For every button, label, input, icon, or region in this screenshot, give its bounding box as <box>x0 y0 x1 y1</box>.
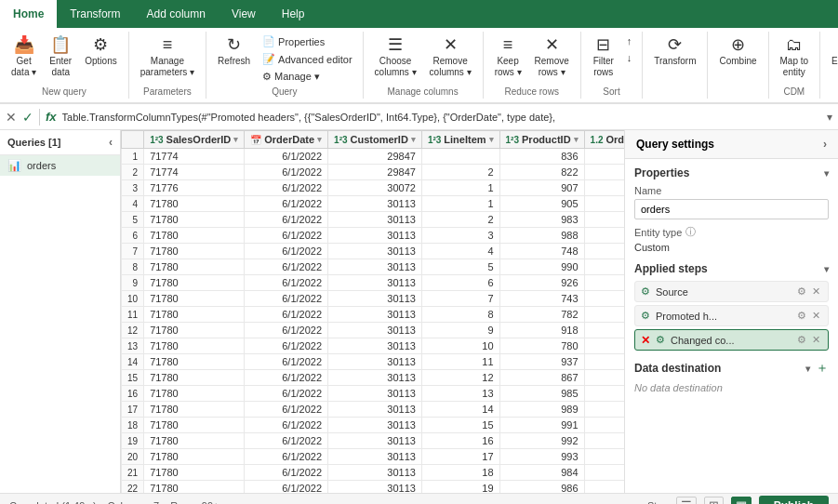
data-dest-section-header[interactable]: Data destination ▾ <box>634 362 810 375</box>
tab-view[interactable]: View <box>219 0 269 28</box>
data-dest-value: No data destination <box>634 382 829 393</box>
step-item-promoted-headers[interactable]: ⚙ Promoted h... ⚙ ✕ <box>634 305 829 326</box>
properties-section-header[interactable]: Properties ▾ <box>634 166 829 179</box>
table-cell: 18 <box>421 465 499 481</box>
properties-button[interactable]: 📄 Properties <box>258 33 357 49</box>
tab-help[interactable]: Help <box>269 0 318 28</box>
col-customerid[interactable]: 1²3 CustomerID ▾ <box>328 131 422 149</box>
table-cell: 17 <box>421 449 499 465</box>
sidebar-item-orders[interactable]: 📊 orders <box>0 155 120 176</box>
table-cell: 30113 <box>328 465 422 481</box>
table-row: 12717806/1/20223011399182316.86 <box>122 323 625 338</box>
table-cell: 4 <box>584 307 624 323</box>
col-salesorderid[interactable]: 1²3 SalesOrderID ▾ <box>144 131 245 149</box>
step-icon: ⚙ <box>656 334 665 346</box>
row-number: 20 <box>122 449 144 465</box>
lineitem-sort-icon[interactable]: ▾ <box>489 135 494 144</box>
view-table-btn[interactable]: ▦ <box>731 497 752 504</box>
table-cell: 6/1/2022 <box>245 307 328 323</box>
remove-columns-button[interactable]: ✕ Removecolumns ▾ <box>424 33 477 80</box>
export-template-button[interactable]: 📤 Export template <box>826 33 838 69</box>
col-orderqty[interactable]: 1.2 OrderQty ▾ <box>584 131 624 149</box>
advanced-editor-icon: 📝 <box>262 53 275 65</box>
entity-type-label: Entity type ⓘ <box>634 225 829 239</box>
step-x-icon[interactable]: ✕ <box>641 334 650 347</box>
keep-rows-button[interactable]: ≡ Keeprows ▾ <box>489 33 527 80</box>
manage-params-button[interactable]: ≡ Manageparameters ▾ <box>135 33 200 80</box>
table-cell: 6 <box>584 370 624 386</box>
filter-rows-button[interactable]: ⊟ Filterrows <box>587 33 620 80</box>
row-number: 5 <box>122 212 144 228</box>
info-icon: ⓘ <box>685 225 696 239</box>
table-row: 15717806/1/202230113128676251.96 <box>122 370 625 386</box>
formula-check-icon[interactable]: ✓ <box>22 110 33 125</box>
sort-desc-button[interactable]: ↓ <box>622 50 637 65</box>
table-cell: 30113 <box>328 323 422 338</box>
get-data-button[interactable]: 📥 Getdata ▾ <box>6 33 42 80</box>
table-cell: 983 <box>499 212 584 228</box>
table-cell: 992 <box>499 433 584 449</box>
manage-button[interactable]: ⚙ Manage ▾ <box>258 69 357 85</box>
view-step-btn[interactable]: ☰ <box>676 497 697 504</box>
customerid-sort-icon[interactable]: ▾ <box>411 135 416 144</box>
table-cell: 71780 <box>144 291 245 307</box>
table-cell: 71780 <box>144 370 245 386</box>
ribbon-tabs: Home Transform Add column View Help <box>0 0 838 28</box>
formula-input[interactable] <box>62 112 821 123</box>
table-cell: 71780 <box>144 338 245 354</box>
combine-icon: ⊕ <box>731 35 745 56</box>
col-productid[interactable]: 1²3 ProductID ▾ <box>499 131 584 149</box>
step-delete-btn[interactable]: ✕ <box>810 285 822 298</box>
advanced-editor-button[interactable]: 📝 Advanced editor <box>258 51 357 67</box>
add-data-dest-icon[interactable]: ＋ <box>816 360 829 377</box>
formula-expand-icon[interactable]: ▾ <box>827 111 832 124</box>
right-panel-chevron[interactable]: › <box>823 138 827 151</box>
map-to-entity-button[interactable]: 🗂 Map toentity <box>775 33 815 80</box>
name-input[interactable] <box>634 199 829 219</box>
formula-bar: ✕ ✓ fx ▾ <box>0 104 838 130</box>
scroll-wrapper[interactable]: 1²3 SalesOrderID ▾ 📅 OrderDate ▾ <box>121 130 624 493</box>
publish-button[interactable]: Publish <box>759 496 829 505</box>
step-item-changed-columns[interactable]: ✕ ⚙ Changed co... ⚙ ✕ <box>634 329 829 351</box>
tab-home[interactable]: Home <box>0 0 57 28</box>
productid-sort-icon[interactable]: ▾ <box>574 135 579 144</box>
table-cell: 29847 <box>328 165 422 180</box>
group-share-label: Share <box>826 85 838 97</box>
tab-add-column[interactable]: Add column <box>134 0 219 28</box>
enter-data-button[interactable]: 📋 Enterdata <box>44 33 77 80</box>
step-item-source[interactable]: ⚙ Source ⚙ ✕ <box>634 281 829 302</box>
main-layout: Queries [1] ‹ 📊 orders 1²3 SalesOrderID <box>0 130 838 493</box>
status-bar: Completed (1.49 s) Columns: 7 Rows: 99+ … <box>0 493 838 504</box>
sort-asc-icon: ↑ <box>627 35 632 46</box>
applied-steps-header[interactable]: Applied steps ▾ <box>634 262 829 275</box>
combine-button[interactable]: ⊕ Combine <box>713 33 762 69</box>
remove-rows-button[interactable]: ✕ Removerows ▾ <box>529 33 575 80</box>
table-cell: 71780 <box>144 323 245 338</box>
choose-columns-button[interactable]: ☰ Choosecolumns ▾ <box>369 33 422 80</box>
table-cell: 12 <box>421 370 499 386</box>
sort-asc-button[interactable]: ↑ <box>622 33 637 48</box>
table-cell: 71780 <box>144 244 245 259</box>
table-cell: 71780 <box>144 402 245 418</box>
step-delete-btn[interactable]: ✕ <box>810 309 822 323</box>
entity-type-value: Custom <box>634 242 829 253</box>
tab-transform[interactable]: Transform <box>57 0 133 28</box>
step-settings-btn[interactable]: ⚙ <box>795 333 808 347</box>
step-delete-btn[interactable]: ✕ <box>810 333 822 347</box>
salesorderid-sort-icon[interactable]: ▾ <box>233 135 238 144</box>
applied-steps-label: Applied steps <box>634 262 708 275</box>
remove-rows-icon: ✕ <box>545 35 559 56</box>
remove-columns-icon: ✕ <box>444 35 458 56</box>
col-orderdate[interactable]: 📅 OrderDate ▾ <box>245 131 328 149</box>
sidebar-toggle[interactable]: ‹ <box>109 136 113 149</box>
view-grid-btn[interactable]: ⊞ <box>704 497 724 504</box>
step-settings-btn[interactable]: ⚙ <box>795 309 808 323</box>
col-lineitem[interactable]: 1²3 LineItem ▾ <box>421 131 499 149</box>
refresh-button[interactable]: ↻ Refresh <box>212 33 256 69</box>
formula-close-icon[interactable]: ✕ <box>6 110 17 125</box>
step-settings-btn[interactable]: ⚙ <box>795 285 808 298</box>
orderdate-sort-icon[interactable]: ▾ <box>317 135 322 144</box>
sort-desc-icon: ↓ <box>627 52 632 63</box>
transform-button[interactable]: ⟳ Transform <box>648 33 701 69</box>
options-button[interactable]: ⚙ Options <box>79 33 122 69</box>
